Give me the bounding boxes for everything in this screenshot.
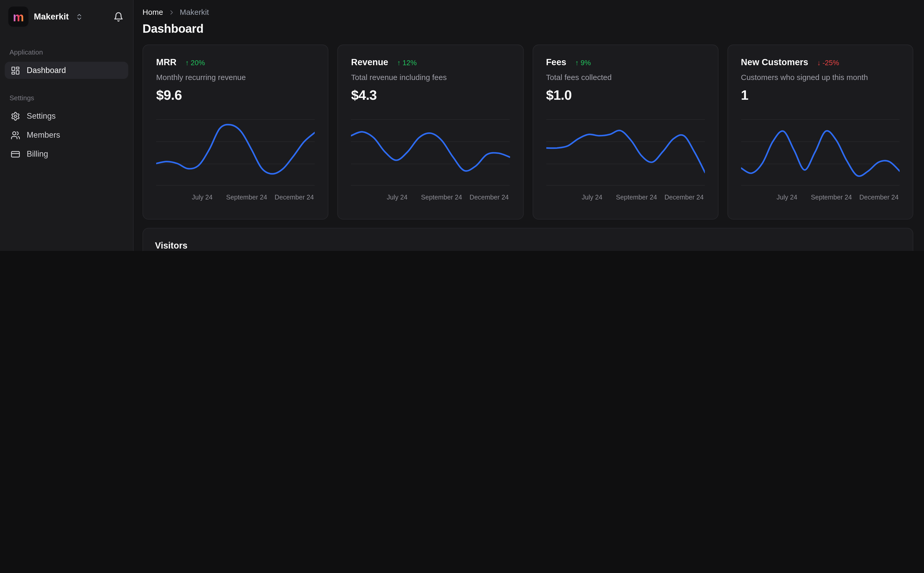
sidebar-item-label: Billing xyxy=(27,150,48,158)
arrow-up-icon: ↑ xyxy=(397,59,401,67)
team-switcher[interactable]: m Makerkit xyxy=(0,0,133,33)
x-axis-ticks: July 24 September 24 December 24 xyxy=(546,194,705,202)
stat-title: Revenue xyxy=(351,57,388,67)
sidebar-item-settings[interactable]: Settings xyxy=(5,108,128,125)
mrr-sparkline-chart xyxy=(156,118,315,188)
stat-subtitle: Customers who signed up this month xyxy=(741,73,900,82)
sidebar-item-members[interactable]: Members xyxy=(5,127,128,144)
trend-badge: ↑20% xyxy=(185,59,205,67)
breadcrumb-home[interactable]: Home xyxy=(143,8,163,17)
stat-title: Fees xyxy=(546,57,566,67)
x-tick: December 24 xyxy=(664,194,704,200)
x-tick: December 24 xyxy=(469,194,509,200)
x-tick: September 24 xyxy=(226,194,267,200)
notifications-button[interactable] xyxy=(112,10,125,23)
stat-value: 1 xyxy=(741,87,900,103)
x-tick: July 24 xyxy=(387,194,408,200)
nav-section-settings: Settings xyxy=(9,94,124,101)
sidebar-item-label: Settings xyxy=(27,112,56,121)
sidebar: m Makerkit Application Dashboard Setting… xyxy=(0,0,133,251)
sidebar-item-label: Members xyxy=(27,131,60,139)
x-tick: December 24 xyxy=(275,194,314,200)
makerkit-logo: m xyxy=(8,6,28,27)
arrow-down-icon: ↓ xyxy=(817,59,821,67)
x-tick: July 24 xyxy=(582,194,602,200)
stat-value: $4.3 xyxy=(351,87,510,103)
app-window: m Makerkit Application Dashboard Setting… xyxy=(0,0,924,251)
sidebar-item-label: Dashboard xyxy=(27,66,66,75)
trend-badge: ↑12% xyxy=(397,59,417,67)
breadcrumb: Home Makerkit xyxy=(143,8,913,17)
stat-card-new-customers: New Customers ↓-25% Customers who signed… xyxy=(727,44,913,219)
x-tick: July 24 xyxy=(192,194,213,200)
sidebar-item-dashboard[interactable]: Dashboard xyxy=(5,62,128,79)
visitors-card: Visitors Showing total visitors for the … xyxy=(143,228,913,251)
x-tick: September 24 xyxy=(421,194,462,200)
bell-icon xyxy=(113,12,124,22)
stat-cards-row: MRR ↑20% Monthly recurring revenue $9.6 … xyxy=(143,44,913,219)
x-tick: December 24 xyxy=(859,194,899,200)
sidebar-nav: Application Dashboard Settings Settings … xyxy=(0,49,133,163)
breadcrumb-current: Makerkit xyxy=(180,8,209,17)
chevrons-up-down-icon xyxy=(75,13,83,20)
x-tick: September 24 xyxy=(616,194,657,200)
team-name: Makerkit xyxy=(34,12,69,22)
gear-icon xyxy=(11,111,20,121)
x-axis-ticks: July 24 September 24 December 24 xyxy=(156,194,315,202)
x-axis-ticks: July 24 September 24 December 24 xyxy=(351,194,510,202)
stat-card-mrr: MRR ↑20% Monthly recurring revenue $9.6 … xyxy=(143,44,328,219)
stat-subtitle: Total revenue including fees xyxy=(351,73,510,82)
stat-value: $1.0 xyxy=(546,87,705,103)
users-icon xyxy=(11,130,20,140)
revenue-sparkline-chart xyxy=(351,118,510,188)
x-tick: September 24 xyxy=(811,194,852,200)
sidebar-item-billing[interactable]: Billing xyxy=(5,146,128,163)
credit-card-icon xyxy=(11,149,20,159)
stat-title: New Customers xyxy=(741,57,808,67)
visitors-title: Visitors xyxy=(155,240,900,250)
stat-card-revenue: Revenue ↑12% Total revenue including fee… xyxy=(337,44,524,219)
page-title: Dashboard xyxy=(143,22,913,36)
x-axis-ticks: July 24 September 24 December 24 xyxy=(741,194,900,202)
fees-sparkline-chart xyxy=(546,118,705,188)
nav-section-application: Application xyxy=(9,49,124,56)
x-tick: July 24 xyxy=(777,194,797,200)
arrow-up-icon: ↑ xyxy=(575,59,579,67)
new-customers-sparkline-chart xyxy=(741,118,900,188)
trend-badge: ↓-25% xyxy=(817,59,839,67)
main-content: Home Makerkit Dashboard MRR ↑20% Monthly… xyxy=(134,0,924,251)
trend-badge: ↑9% xyxy=(575,59,591,67)
stat-subtitle: Monthly recurring revenue xyxy=(156,73,315,82)
layout-dashboard-icon xyxy=(11,66,20,75)
chevron-right-icon xyxy=(168,9,175,16)
arrow-up-icon: ↑ xyxy=(185,59,189,67)
stat-subtitle: Total fees collected xyxy=(546,73,705,82)
stat-card-fees: Fees ↑9% Total fees collected $1.0 July … xyxy=(532,44,718,219)
stat-title: MRR xyxy=(156,57,176,67)
stat-value: $9.6 xyxy=(156,87,315,103)
